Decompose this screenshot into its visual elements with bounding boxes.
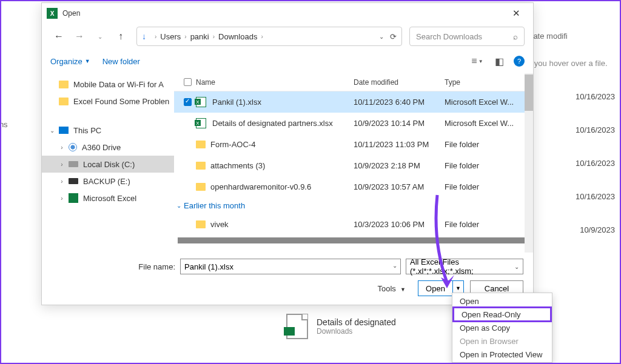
file-type: File folder <box>445 140 533 149</box>
history-dropdown[interactable]: ⌄ <box>92 28 109 45</box>
navigation-bar: ← → ⌄ ↑ ↓ › Users › panki › Downloads › … <box>42 24 533 49</box>
close-button[interactable]: ✕ <box>504 4 528 22</box>
folder-icon <box>196 183 206 191</box>
bg-hover-hint: n you hover over a file. <box>528 59 615 68</box>
folder-icon <box>196 220 206 228</box>
column-type[interactable]: Type <box>445 78 533 87</box>
horizontal-scrollbar[interactable] <box>178 237 525 243</box>
toolbar: Organize ▼ New folder ≡ ▼ ◧ ? <box>42 49 533 73</box>
file-name: openhardwaremonitor-v0.9.6 <box>210 182 311 191</box>
menu-item-open-as-copy[interactable]: Open as Copy <box>452 321 552 334</box>
file-name: Form-AOC-4 <box>210 140 255 149</box>
bg-addins-fragment: ins <box>0 120 8 129</box>
sidebar-item-quick[interactable]: Mobile Data or Wi-Fi for A <box>42 76 174 93</box>
open-dropdown-menu: OpenOpen Read-OnlyOpen as CopyOpen in Br… <box>452 293 552 363</box>
file-row[interactable]: vivek10/3/2023 10:06 PMFile folder <box>174 214 533 235</box>
bg-date: 10/16/2023 <box>528 92 615 101</box>
file-row[interactable]: Details of designated partners.xlsx10/9/… <box>174 113 533 134</box>
column-name[interactable]: Name <box>196 78 354 87</box>
filename-dropdown-icon[interactable]: ⌄ <box>392 262 397 269</box>
organize-menu[interactable]: Organize ▼ <box>50 57 90 66</box>
file-date: 10/9/2023 10:14 PM <box>354 119 445 128</box>
excel-icon: X <box>47 8 58 19</box>
file-type: Microsoft Excel W... <box>445 119 533 128</box>
folder-icon <box>196 141 206 148</box>
search-icon: ⌕ <box>513 32 518 41</box>
bg-file-title: Details of designated <box>317 317 396 327</box>
bg-date: 10/16/2023 <box>528 192 615 201</box>
file-type: File folder <box>445 161 533 170</box>
menu-item-open-read-only[interactable]: Open Read-Only <box>452 306 552 322</box>
titlebar: X Open ✕ <box>42 3 533 24</box>
file-type: File folder <box>445 182 533 191</box>
dialog-title: Open <box>62 9 80 18</box>
sidebar-item-local-disk[interactable]: ›Local Disk (C:) <box>42 156 174 173</box>
xlsx-icon <box>196 118 206 128</box>
file-name: Details of designated partners.xlsx <box>212 119 333 128</box>
breadcrumb[interactable]: Downloads <box>218 32 257 41</box>
file-list: Name Date modified Type Pankil (1).xlsx1… <box>174 73 533 253</box>
bg-file-location: Downloads <box>317 327 396 336</box>
folder-tree: Mobile Data or Wi-Fi for A Excel Found S… <box>42 73 174 253</box>
sidebar-item-a360[interactable]: ›A360 Drive <box>42 139 174 156</box>
file-row[interactable]: openhardwaremonitor-v0.9.610/9/2023 10:5… <box>174 176 533 197</box>
breadcrumb[interactable]: Users <box>160 32 181 41</box>
group-header-earlier[interactable]: ⌄Earlier this month <box>174 197 533 214</box>
column-headers: Name Date modified Type <box>174 73 533 91</box>
file-type-filter[interactable]: All Excel Files (*.xl*;*.xlsx;*.xlsm;⌄ <box>406 259 523 274</box>
sidebar-item-backup[interactable]: ›BACKUP (E:) <box>42 173 174 190</box>
bg-date: 10/9/2023 <box>528 225 615 234</box>
menu-item-open-in-browser: Open in Browser <box>452 334 552 348</box>
file-date: 10/9/2023 10:57 AM <box>354 182 445 191</box>
file-name: vivek <box>210 220 229 229</box>
excel-file-icon <box>286 314 308 339</box>
filename-label: File name: <box>138 262 175 271</box>
file-date: 10/11/2023 11:03 PM <box>354 140 445 149</box>
bg-recent-file[interactable]: Details of designated Downloads <box>286 314 396 339</box>
file-date: 10/3/2023 10:06 PM <box>354 220 445 229</box>
search-input[interactable]: Search Downloads ⌕ <box>409 27 525 46</box>
bg-date: 10/16/2023 <box>528 125 615 134</box>
file-row[interactable]: Pankil (1).xlsx10/11/2023 6:40 PMMicroso… <box>174 91 533 113</box>
menu-item-open[interactable]: Open <box>452 294 552 308</box>
menu-item-open-in-protected-view[interactable]: Open in Protected View <box>452 348 552 361</box>
vertical-scrollbar[interactable] <box>525 73 533 253</box>
sidebar-item-this-pc[interactable]: ⌄This PC <box>42 122 174 139</box>
file-name: Pankil (1).xlsx <box>212 98 261 107</box>
bg-date-header: Date modifi <box>528 7 615 47</box>
file-row[interactable]: Form-AOC-410/11/2023 11:03 PMFile folder <box>174 134 533 155</box>
back-button[interactable]: ← <box>50 28 67 45</box>
preview-pane-button[interactable]: ◧ <box>492 54 506 68</box>
column-date[interactable]: Date modified <box>354 78 445 87</box>
help-icon[interactable]: ? <box>514 56 525 67</box>
file-name: attachments (3) <box>210 161 265 170</box>
file-type: Microsoft Excel W... <box>445 98 533 107</box>
row-checkbox[interactable] <box>184 98 192 106</box>
sidebar-item-excel[interactable]: ›Microsoft Excel <box>42 190 174 207</box>
tools-menu[interactable]: Tools ▼ <box>377 284 406 293</box>
folder-icon <box>196 162 206 170</box>
select-all-checkbox[interactable] <box>184 78 192 86</box>
address-dropdown-icon[interactable]: ⌄ <box>379 33 384 40</box>
view-options-button[interactable]: ≡ ▼ <box>470 54 485 68</box>
sidebar-item-quick[interactable]: Excel Found Some Problen <box>42 93 174 110</box>
new-folder-button[interactable]: New folder <box>102 57 140 66</box>
up-button[interactable]: ↑ <box>112 28 129 45</box>
open-file-dialog: X Open ✕ ← → ⌄ ↑ ↓ › Users › panki › Dow… <box>41 2 534 305</box>
file-date: 10/11/2023 6:40 PM <box>354 98 445 107</box>
address-bar[interactable]: ↓ › Users › panki › Downloads › ⌄ ⟳ <box>136 27 402 46</box>
file-date: 10/9/2023 2:18 PM <box>354 161 445 170</box>
filename-input[interactable] <box>180 259 401 274</box>
bg-date: 10/16/2023 <box>528 159 615 168</box>
forward-button[interactable]: → <box>71 28 88 45</box>
xlsx-icon <box>196 97 206 107</box>
downloads-icon: ↓ <box>142 31 146 41</box>
breadcrumb[interactable]: panki <box>190 32 209 41</box>
refresh-icon[interactable]: ⟳ <box>390 32 397 41</box>
file-type: File folder <box>445 220 533 229</box>
file-row[interactable]: attachments (3)10/9/2023 2:18 PMFile fol… <box>174 155 533 176</box>
